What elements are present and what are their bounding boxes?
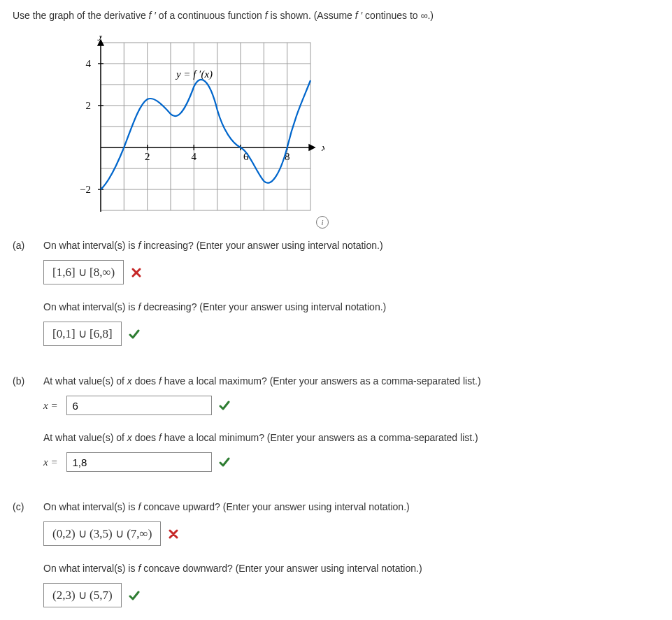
part-c-answer-2[interactable]: (2,3) ∪ (5,7) [43,583,122,607]
part-b-answer-2[interactable] [66,452,212,472]
x-equals: x = [43,400,58,412]
part-a-label: (a) [13,238,43,251]
prompt-text-1: Use the graph of the derivative [13,10,149,21]
ytick-neg2: −2 [80,184,91,195]
fprime-symbol: f ′ [149,10,156,21]
fprime-symbol-2: f ′ [355,10,362,21]
x-equals: x = [43,456,58,468]
ytick-4: 4 [86,58,92,69]
info-icon[interactable]: i [316,216,329,229]
prompt-text-2: of a continuous function [159,10,265,21]
part-a-q2: On what interval(s) is f decreasing? (En… [43,300,659,315]
part-c: (c) On what interval(s) is f concave upw… [13,500,659,620]
wrong-icon [131,267,142,278]
prompt-text-3: is shown. (Assume [270,10,355,21]
part-b-q1: At what value(s) of x does f have a loca… [43,374,659,389]
part-a-answer-2[interactable]: [0,1] ∪ [6,8] [43,322,122,346]
question-prompt: Use the graph of the derivative f ′ of a… [13,8,659,23]
derivative-curve [101,80,310,189]
part-a-q1: On what interval(s) is f increasing? (En… [43,238,659,253]
part-c-q1: On what interval(s) is f concave upward?… [43,500,659,514]
derivative-graph: y x 4 2 −2 2 4 6 8 y = f ′(x) i [73,36,324,224]
part-a: (a) On what interval(s) is f increasing?… [13,238,659,361]
part-a-answer-1[interactable]: [1,6] ∪ [8,∞) [43,260,124,284]
x-axis-label: x [321,142,324,153]
ytick-2: 2 [86,100,92,111]
curve-label: y = f ′(x) [175,69,213,80]
correct-icon [129,590,140,601]
part-b: (b) At what value(s) of x does f have a … [13,374,659,487]
wrong-icon [168,528,179,540]
correct-icon [219,400,230,411]
xtick-2: 2 [145,151,150,162]
xtick-4: 4 [192,151,197,162]
part-c-q2: On what interval(s) is f concave downwar… [43,561,659,576]
svg-marker-16 [309,145,315,150]
correct-icon [129,329,140,340]
part-c-answer-1[interactable]: (0,2) ∪ (3,5) ∪ (7,∞) [43,521,161,546]
part-c-label: (c) [13,500,43,512]
part-b-answer-1[interactable] [66,396,212,415]
graph-svg: y x 4 2 −2 2 4 6 8 y = f ′(x) [73,36,324,224]
part-b-q2: At what value(s) of x does f have a loca… [43,431,659,445]
f-symbol: f [265,10,268,21]
correct-icon [219,456,230,468]
part-b-label: (b) [13,374,43,387]
prompt-text-4: continues to ∞.) [365,10,434,21]
y-axis-label: y [97,36,103,41]
